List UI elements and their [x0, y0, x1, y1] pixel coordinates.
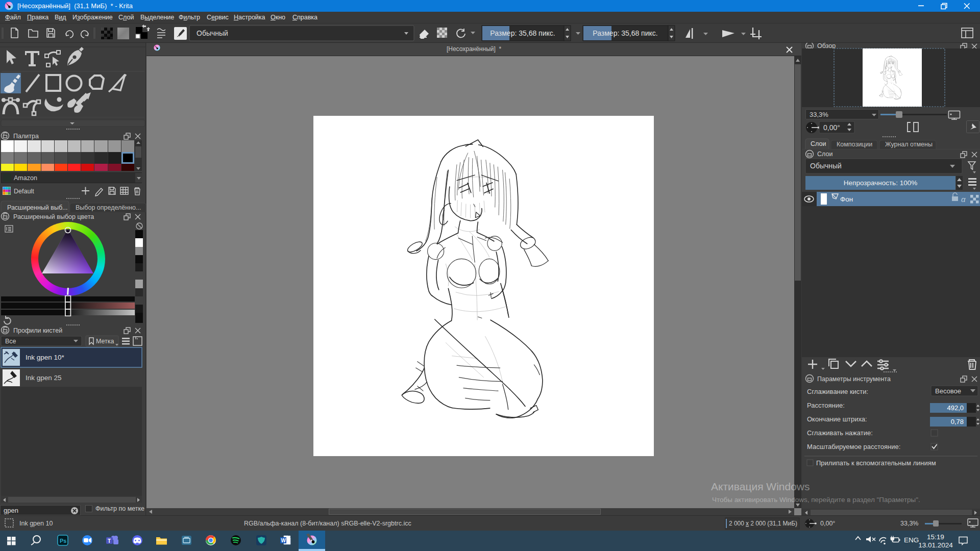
svg-text:15:19: 15:19	[927, 533, 944, 541]
svg-text:Ps: Ps	[60, 538, 66, 544]
svg-text:0,00°: 0,00°	[823, 123, 840, 132]
svg-text:Сглаживать нажатие:: Сглаживать нажатие:	[807, 429, 873, 437]
svg-text:Ink gpen 10: Ink gpen 10	[19, 520, 53, 527]
svg-text:Расширенный выб...: Расширенный выб...	[7, 204, 68, 211]
svg-text:Палитра: Палитра	[13, 133, 39, 140]
svg-text:Размер: 35,68 пикс.: Размер: 35,68 пикс.	[593, 29, 657, 37]
svg-text:2 000 x 2 000 (31,1 МиБ): 2 000 x 2 000 (31,1 МиБ)	[729, 520, 797, 527]
svg-text:Метка: Метка	[96, 338, 114, 345]
svg-text:Слои: Слои	[811, 140, 826, 147]
svg-text:Фон: Фон	[840, 195, 853, 203]
svg-text:W: W	[281, 538, 286, 543]
svg-text:Масштабируемое расстояние:: Масштабируемое расстояние:	[807, 443, 900, 450]
svg-text:ENG: ENG	[904, 536, 919, 544]
svg-text:Композиции: Композиции	[837, 141, 872, 148]
svg-text:33,3%: 33,3%	[900, 520, 918, 527]
svg-text:α: α	[961, 195, 966, 204]
svg-text:Ink gpen 10*: Ink gpen 10*	[26, 354, 65, 361]
svg-text:Обычный: Обычный	[810, 162, 842, 170]
svg-text:Все: Все	[5, 338, 16, 345]
svg-text:Обычный: Обычный	[197, 29, 228, 37]
svg-text:Окончание штриха:: Окончание штриха:	[807, 415, 867, 423]
svg-text:Выбор определённо...: Выбор определённо...	[76, 204, 141, 211]
svg-text:T: T	[108, 538, 111, 544]
svg-text:Ink gpen 25: Ink gpen 25	[26, 374, 62, 382]
svg-text:Профили кистей: Профили кистей	[13, 327, 62, 334]
svg-text:Сглаживание кисти:: Сглаживание кисти:	[807, 388, 868, 395]
svg-text:Слои: Слои	[817, 151, 832, 158]
svg-text:0,78: 0,78	[951, 418, 964, 425]
svg-text:Непрозрачность: 100%: Непрозрачность: 100%	[844, 179, 917, 187]
svg-text:RGB/альфа-канал (8-бит/канал): RGB/альфа-канал (8-бит/канал) sRGB-elle-…	[244, 520, 411, 527]
svg-text:Размер: 35,68 пикс.: Размер: 35,68 пикс.	[490, 29, 555, 37]
svg-text:Расстояние:: Расстояние:	[807, 402, 845, 409]
svg-text:0,00°: 0,00°	[820, 520, 835, 527]
svg-text:Журнал отмены: Журнал отмены	[885, 141, 933, 148]
svg-text:Прилипать к вспомогательным ли: Прилипать к вспомогательным линиям	[816, 459, 936, 467]
svg-text:Параметры инструмента: Параметры инструмента	[817, 375, 891, 383]
svg-text:492,0: 492,0	[947, 404, 964, 412]
svg-text:Весовое: Весовое	[935, 387, 961, 395]
svg-text:13.01.2024: 13.01.2024	[918, 541, 953, 549]
svg-text:Default: Default	[14, 188, 34, 195]
